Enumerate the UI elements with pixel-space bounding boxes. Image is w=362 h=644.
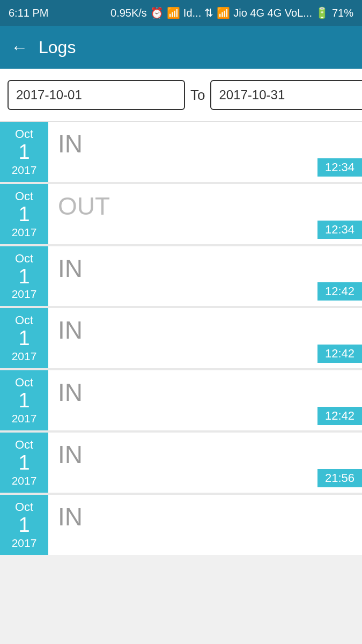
log-item: Oct 1 2017 IN 12:42	[0, 370, 362, 430]
log-item: Oct 1 2017 IN	[0, 495, 362, 555]
date-badge: Oct 1 2017	[0, 433, 48, 493]
log-type: IN	[58, 442, 353, 467]
date-badge: Oct 1 2017	[0, 184, 48, 244]
log-month: Oct	[15, 500, 33, 514]
log-list: Oct 1 2017 IN 12:34 Oct 1 2017 OUT 12:34…	[0, 122, 362, 555]
log-day: 1	[18, 390, 29, 412]
log-year: 2017	[12, 412, 37, 425]
log-content: IN 12:42	[48, 308, 362, 368]
log-time: 12:34	[317, 221, 362, 239]
from-date-input[interactable]	[8, 80, 185, 110]
log-month: Oct	[15, 252, 33, 266]
status-time: 6:11 PM	[9, 7, 48, 19]
log-year: 2017	[12, 537, 37, 550]
log-day: 1	[18, 266, 29, 288]
status-signal2-icon: 📶	[217, 6, 230, 19]
status-carrier2: Jio 4G 4G VoL...	[233, 7, 312, 19]
status-carrier: Id...	[183, 7, 201, 19]
log-month: Oct	[15, 438, 33, 452]
log-type: OUT	[58, 194, 353, 218]
log-time: 12:42	[317, 282, 362, 301]
log-month: Oct	[15, 189, 33, 203]
log-year: 2017	[12, 226, 37, 239]
log-day: 1	[18, 203, 29, 226]
status-alarm-icon: ⏰	[150, 6, 164, 19]
log-item: Oct 1 2017 IN 12:42	[0, 246, 362, 306]
log-day: 1	[18, 452, 29, 474]
date-badge: Oct 1 2017	[0, 308, 48, 368]
log-time: 12:42	[317, 345, 362, 363]
log-type: IN	[58, 256, 353, 281]
log-year: 2017	[12, 350, 37, 363]
log-type: IN	[58, 380, 353, 405]
status-battery-icon: 🔋	[315, 6, 329, 19]
log-item: Oct 1 2017 IN 12:42	[0, 308, 362, 368]
status-signal-icon: 📶	[167, 6, 180, 19]
filter-row: To	[0, 69, 362, 122]
log-content: OUT 12:34	[48, 184, 362, 244]
status-right: 0.95K/s ⏰ 📶 Id... ⇅ 📶 Jio 4G 4G VoL... 🔋…	[110, 6, 353, 19]
log-content: IN 12:42	[48, 246, 362, 306]
status-speed: 0.95K/s	[110, 7, 147, 19]
log-time: 12:34	[317, 158, 362, 177]
log-year: 2017	[12, 474, 37, 487]
log-time: 21:56	[317, 469, 362, 487]
log-month: Oct	[15, 376, 33, 390]
date-badge: Oct 1 2017	[0, 246, 48, 306]
log-item: Oct 1 2017 IN 21:56	[0, 433, 362, 493]
status-battery: 71%	[332, 7, 353, 19]
log-item: Oct 1 2017 IN 12:34	[0, 122, 362, 182]
log-item: Oct 1 2017 OUT 12:34	[0, 184, 362, 244]
log-year: 2017	[12, 164, 37, 177]
log-content: IN 21:56	[48, 433, 362, 493]
status-arrows-icon: ⇅	[204, 6, 213, 19]
log-month: Oct	[15, 313, 33, 327]
date-badge: Oct 1 2017	[0, 370, 48, 430]
back-button[interactable]: ←	[11, 38, 28, 57]
date-badge: Oct 1 2017	[0, 495, 48, 555]
log-day: 1	[18, 514, 29, 537]
log-type: IN	[58, 504, 353, 529]
log-year: 2017	[12, 288, 37, 301]
log-day: 1	[18, 327, 29, 350]
log-month: Oct	[15, 127, 33, 141]
status-bar: 6:11 PM 0.95K/s ⏰ 📶 Id... ⇅ 📶 Jio 4G 4G …	[0, 0, 362, 26]
to-date-input[interactable]	[210, 80, 362, 110]
to-label: To	[190, 87, 205, 104]
log-day: 1	[18, 141, 29, 164]
page-title: Logs	[39, 38, 76, 57]
log-time: 12:42	[317, 407, 362, 425]
log-type: IN	[58, 131, 353, 156]
log-content: IN	[48, 495, 362, 555]
date-badge: Oct 1 2017	[0, 122, 48, 182]
app-bar: ← Logs	[0, 26, 362, 69]
log-content: IN 12:34	[48, 122, 362, 182]
log-content: IN 12:42	[48, 370, 362, 430]
log-type: IN	[58, 318, 353, 342]
